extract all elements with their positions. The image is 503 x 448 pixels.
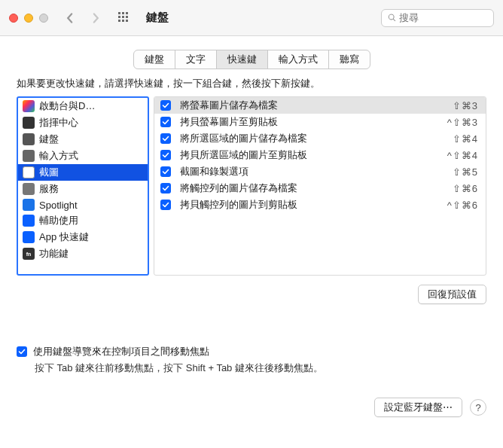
services-icon xyxy=(23,183,35,195)
shortcut-label: 截圖和錄製選項 xyxy=(180,165,453,178)
bluetooth-keyboard-button[interactable]: 設定藍牙鍵盤⋯ xyxy=(374,398,462,417)
shortcut-keys: ⇧⌘4 xyxy=(453,133,478,145)
svg-rect-8 xyxy=(126,20,128,22)
sidebar-item-label: 啟動台與D… xyxy=(39,99,95,113)
keyboard-nav-checkbox[interactable] xyxy=(17,346,27,357)
shortcut-label: 將螢幕圖片儲存為檔案 xyxy=(180,99,453,112)
window-title: 鍵盤 xyxy=(146,11,169,25)
shortcut-checkbox[interactable] xyxy=(160,183,171,194)
search-icon xyxy=(388,13,396,23)
minimize-window-button[interactable] xyxy=(24,14,33,23)
help-button[interactable]: ? xyxy=(470,399,486,416)
svg-rect-5 xyxy=(126,16,128,18)
sidebar-item-0[interactable]: 啟動台與D… xyxy=(18,98,148,114)
tab-4[interactable]: 聽寫 xyxy=(329,50,370,69)
shortcut-keys: ^⇧⌘4 xyxy=(447,150,478,161)
svg-rect-2 xyxy=(126,12,128,14)
svg-rect-6 xyxy=(118,20,120,22)
tab-bar: 鍵盤文字快速鍵輸入方式聽寫 xyxy=(0,50,503,69)
shortcut-label: 將觸控列的圖片儲存為檔案 xyxy=(180,181,453,195)
shortcut-keys: ^⇧⌘6 xyxy=(447,200,478,211)
sidebar-item-label: 鍵盤 xyxy=(39,133,59,146)
restore-defaults-button[interactable]: 回復預設值 xyxy=(418,285,486,304)
sidebar-item-label: 輸入方式 xyxy=(39,149,78,163)
keyboard-nav-label: 使用鍵盤導覽來在控制項目之間移動焦點 xyxy=(33,345,209,358)
tab-1[interactable]: 文字 xyxy=(175,50,217,69)
sidebar-item-1[interactable]: 指揮中心 xyxy=(18,114,148,131)
tab-3[interactable]: 輸入方式 xyxy=(268,50,329,69)
sidebar-item-3[interactable]: 輸入方式 xyxy=(18,148,148,164)
tab-0[interactable]: 鍵盤 xyxy=(134,50,175,69)
mission-control-icon xyxy=(23,117,35,129)
shortcut-row[interactable]: 拷貝觸控列的圖片到剪貼板^⇧⌘6 xyxy=(154,197,486,213)
shortcut-checkbox[interactable] xyxy=(160,133,171,144)
app-shortcuts-icon xyxy=(23,231,35,243)
forward-button[interactable] xyxy=(86,8,105,28)
accessibility-icon xyxy=(23,215,35,227)
sidebar-item-label: Spotlight xyxy=(39,200,78,211)
sidebar-item-8[interactable]: App 快速鍵 xyxy=(18,229,148,245)
shortcut-checkbox[interactable] xyxy=(160,200,171,210)
keyboard-icon xyxy=(23,133,35,145)
search-input[interactable] xyxy=(399,12,487,23)
category-sidebar[interactable]: 啟動台與D…指揮中心鍵盤輸入方式截圖服務Spotlight輔助使用App 快速鍵… xyxy=(17,96,149,276)
shortcut-row[interactable]: 拷貝所選區域的圖片至剪貼板^⇧⌘4 xyxy=(154,147,486,163)
svg-rect-1 xyxy=(122,12,124,14)
shortcut-checkbox[interactable] xyxy=(160,117,171,127)
shortcut-label: 拷貝所選區域的圖片至剪貼板 xyxy=(180,148,447,162)
shortcut-keys: ⇧⌘6 xyxy=(453,183,478,194)
svg-rect-3 xyxy=(118,16,120,18)
sidebar-item-label: 截圖 xyxy=(39,166,59,179)
sidebar-item-label: 服務 xyxy=(39,182,59,196)
shortcut-label: 拷貝螢幕圖片至剪貼板 xyxy=(180,115,447,129)
screenshot-icon xyxy=(23,166,35,178)
titlebar: 鍵盤 xyxy=(0,0,503,36)
window-controls xyxy=(9,14,48,23)
instruction-text: 如果要更改快速鍵，請選擇快速鍵，按一下組合鍵，然後按下新按鍵。 xyxy=(17,77,486,90)
sidebar-item-label: 功能鍵 xyxy=(39,247,69,261)
svg-rect-7 xyxy=(122,20,124,22)
shortcut-row[interactable]: 將所選區域的圖片儲存為檔案⇧⌘4 xyxy=(154,130,486,147)
zoom-window-button[interactable] xyxy=(39,14,48,23)
shortcut-checkbox[interactable] xyxy=(160,100,171,111)
shortcut-label: 將所選區域的圖片儲存為檔案 xyxy=(180,132,453,145)
shortcut-list[interactable]: 將螢幕圖片儲存為檔案⇧⌘3拷貝螢幕圖片至剪貼板^⇧⌘3將所選區域的圖片儲存為檔案… xyxy=(154,96,486,276)
tab-2[interactable]: 快速鍵 xyxy=(217,50,268,69)
svg-rect-4 xyxy=(122,16,124,18)
sidebar-item-2[interactable]: 鍵盤 xyxy=(18,131,148,148)
shortcut-row[interactable]: 將螢幕圖片儲存為檔案⇧⌘3 xyxy=(154,97,486,114)
sidebar-item-label: 輔助使用 xyxy=(39,214,78,227)
shortcut-keys: ^⇧⌘3 xyxy=(447,117,478,128)
launchpad-icon xyxy=(23,100,35,112)
fn-icon: fn xyxy=(23,248,35,260)
spotlight-icon xyxy=(23,199,35,211)
back-button[interactable] xyxy=(60,8,80,28)
close-window-button[interactable] xyxy=(9,14,18,23)
shortcut-row[interactable]: 截圖和錄製選項⇧⌘5 xyxy=(154,163,486,180)
sidebar-item-4[interactable]: 截圖 xyxy=(18,164,148,181)
input-sources-icon xyxy=(23,150,35,162)
shortcut-checkbox[interactable] xyxy=(160,166,171,177)
sidebar-item-6[interactable]: Spotlight xyxy=(18,197,148,212)
svg-rect-0 xyxy=(118,12,120,14)
search-field[interactable] xyxy=(381,9,494,27)
sidebar-item-9[interactable]: fn功能鍵 xyxy=(18,245,148,262)
sidebar-item-label: App 快速鍵 xyxy=(39,230,89,244)
sidebar-item-label: 指揮中心 xyxy=(39,116,78,130)
shortcut-checkbox[interactable] xyxy=(160,150,171,160)
shortcut-row[interactable]: 將觸控列的圖片儲存為檔案⇧⌘6 xyxy=(154,180,486,197)
shortcut-keys: ⇧⌘5 xyxy=(453,166,478,178)
sidebar-item-7[interactable]: 輔助使用 xyxy=(18,212,148,229)
show-all-button[interactable] xyxy=(114,8,134,28)
sidebar-item-5[interactable]: 服務 xyxy=(18,181,148,197)
keyboard-nav-hint: 按下 Tab 鍵來往前移動焦點，按下 Shift + Tab 鍵來往後移動焦點。 xyxy=(35,361,486,375)
shortcut-label: 拷貝觸控列的圖片到剪貼板 xyxy=(180,198,447,212)
shortcut-keys: ⇧⌘3 xyxy=(453,100,478,111)
shortcut-row[interactable]: 拷貝螢幕圖片至剪貼板^⇧⌘3 xyxy=(154,114,486,130)
